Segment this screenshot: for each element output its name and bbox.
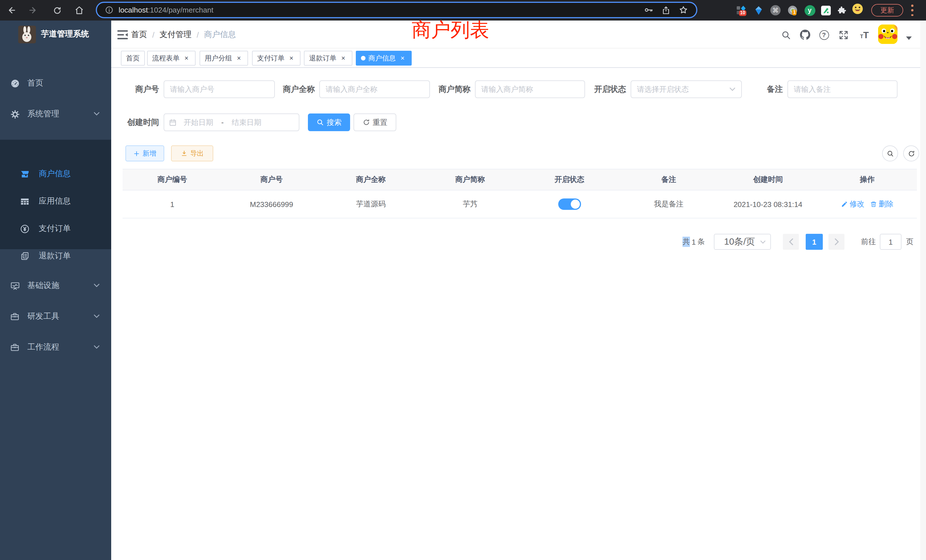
- extension-command-icon[interactable]: ⌘: [770, 5, 781, 16]
- breadcrumb-home[interactable]: 首页: [131, 29, 147, 39]
- browser-forward-icon[interactable]: [27, 5, 38, 16]
- sidebar-item-merchant-info[interactable]: 商户信息: [0, 160, 111, 188]
- table-row: 1 M233666999 芋道源码 芋艿 我是备注 2021-10-23 08:…: [123, 191, 917, 218]
- tab-refund-order[interactable]: 退款订单 ×: [304, 51, 353, 65]
- goto-page-input[interactable]: [880, 234, 902, 250]
- create-time-range-picker[interactable]: 开始日期 - 结束日期: [163, 114, 300, 131]
- close-icon[interactable]: ×: [339, 54, 347, 62]
- gear-icon: [10, 109, 20, 119]
- extension-sketch-icon[interactable]: 10: [735, 5, 747, 16]
- sidebar-item-label: 退款订单: [39, 251, 71, 261]
- plus-icon: [133, 150, 140, 157]
- logo-image: [18, 26, 36, 43]
- font-size-icon[interactable]: TT: [857, 29, 872, 41]
- page-1-button[interactable]: 1: [806, 234, 823, 250]
- command-glyph: ⌘: [770, 5, 781, 15]
- chevron-down-icon: [760, 240, 766, 244]
- avatar-caret-down-icon[interactable]: [906, 36, 912, 40]
- browser-back-icon[interactable]: [6, 5, 18, 16]
- y-glyph: y: [804, 5, 815, 16]
- browser-home-icon[interactable]: [74, 5, 85, 16]
- add-button[interactable]: 新增: [126, 145, 164, 161]
- close-icon[interactable]: ×: [235, 54, 243, 62]
- browser-profile-avatar[interactable]: [852, 3, 863, 14]
- export-button[interactable]: 导出: [171, 145, 213, 161]
- col-header: 商户全称: [321, 170, 421, 190]
- total-prefix: 共: [682, 237, 690, 247]
- tags-view-bar: 首页 流程表单 × 用户分组 × 支付订单 × 退款订单 × 商户信息 ×: [111, 48, 926, 68]
- sidebar-item-workflow[interactable]: 工作流程: [0, 332, 111, 363]
- tab-pay-order[interactable]: 支付订单 ×: [252, 51, 301, 65]
- sidebar-logo[interactable]: 芋道管理系统: [0, 21, 111, 48]
- status-select[interactable]: 请选择开启状态: [631, 80, 742, 98]
- sidebar-item-home[interactable]: 首页: [0, 68, 111, 98]
- bookmark-star-icon[interactable]: [679, 5, 688, 15]
- extension-vue-icon[interactable]: y: [804, 5, 816, 16]
- browser-update-button[interactable]: 更新: [871, 4, 903, 17]
- user-avatar[interactable]: [878, 24, 897, 44]
- sidebar-item-pay-order[interactable]: 支付订单: [0, 215, 111, 242]
- sidebar-item-app-info[interactable]: 应用信息: [0, 188, 111, 215]
- page-size-select[interactable]: 10条/页: [714, 234, 771, 250]
- help-icon[interactable]: ?: [818, 29, 830, 41]
- tab-label: 商户信息: [368, 53, 396, 63]
- reset-button[interactable]: 重置: [354, 114, 396, 131]
- download-icon: [180, 150, 187, 157]
- total-count: 1: [691, 238, 696, 246]
- cell-short-name: 芋艿: [421, 191, 520, 218]
- extension-note-icon[interactable]: [820, 5, 831, 16]
- close-icon[interactable]: ×: [399, 54, 407, 62]
- sidebar-item-infra[interactable]: 基础设施: [0, 270, 111, 301]
- extension-lens-icon[interactable]: 1: [787, 5, 798, 16]
- browser-menu-icon[interactable]: [911, 5, 914, 16]
- edit-link[interactable]: 修改: [841, 199, 864, 209]
- search-button[interactable]: 搜索: [308, 114, 350, 131]
- col-header: 开启状态: [520, 170, 619, 190]
- share-icon[interactable]: [661, 5, 670, 15]
- tab-home[interactable]: 首页: [121, 51, 145, 65]
- cell-actions: 修改 删除: [818, 191, 917, 218]
- url-bar[interactable]: localhost:1024/pay/merchant: [96, 2, 698, 18]
- refresh-table-button[interactable]: [903, 145, 919, 161]
- large-t-glyph: T: [863, 30, 869, 39]
- page-scrollbar[interactable]: [920, 21, 926, 560]
- next-page-button[interactable]: [829, 234, 844, 250]
- briefcase-icon: [10, 342, 20, 353]
- sidebar-item-system[interactable]: 系统管理: [0, 98, 111, 129]
- sidebar-item-dev-tools[interactable]: 研发工具: [0, 301, 111, 332]
- full-name-input[interactable]: [319, 80, 430, 98]
- toggle-knob: [570, 200, 580, 209]
- prev-page-button[interactable]: [783, 234, 799, 250]
- extensions-puzzle-icon[interactable]: [836, 5, 847, 16]
- site-info-icon[interactable]: [105, 6, 113, 14]
- delete-link[interactable]: 删除: [870, 199, 894, 209]
- status-toggle[interactable]: [558, 198, 581, 210]
- toolbox-icon: [10, 311, 20, 322]
- remark-input[interactable]: [787, 80, 897, 98]
- start-date-placeholder: 开始日期: [184, 117, 213, 127]
- extension-gem-icon[interactable]: [753, 5, 764, 16]
- close-icon[interactable]: ×: [183, 54, 191, 62]
- add-button-label: 新增: [142, 148, 156, 158]
- close-icon[interactable]: ×: [287, 54, 295, 62]
- tab-label: 用户分组: [205, 53, 232, 63]
- header-search-icon[interactable]: [780, 29, 791, 41]
- merchant-no-input[interactable]: [163, 80, 275, 98]
- sidebar-item-refund-order[interactable]: 退款订单: [0, 242, 111, 270]
- toggle-search-button[interactable]: [882, 145, 898, 161]
- col-header: 备注: [619, 170, 718, 190]
- hamburger-icon[interactable]: [117, 29, 128, 41]
- password-key-icon[interactable]: [644, 5, 654, 15]
- github-icon[interactable]: [799, 29, 811, 41]
- tab-merchant-info[interactable]: 商户信息 ×: [356, 51, 412, 65]
- fullscreen-icon[interactable]: [838, 29, 849, 41]
- search-icon: [887, 150, 894, 157]
- goto-label: 前往: [861, 234, 876, 250]
- breadcrumb-pay[interactable]: 支付管理: [160, 29, 192, 39]
- short-name-input[interactable]: [475, 80, 585, 98]
- browser-reload-icon[interactable]: [51, 5, 63, 16]
- url-text: localhost:1024/pay/merchant: [119, 6, 213, 14]
- tab-label: 支付订单: [257, 53, 284, 63]
- tab-process-form[interactable]: 流程表单 ×: [147, 51, 195, 65]
- tab-user-group[interactable]: 用户分组 ×: [200, 51, 248, 65]
